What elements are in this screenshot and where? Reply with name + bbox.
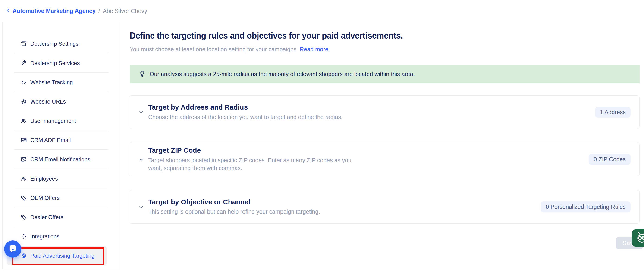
card-target-address-radius[interactable]: Target by Address and Radius Choose the … [129, 95, 640, 129]
card-description: Choose the address of the location you w… [148, 113, 342, 121]
sidebar-item-crm-email-notifications[interactable]: CRM Email Notifications [2, 150, 120, 169]
card-text-group: Target by Objective or Channel This sett… [148, 198, 320, 216]
card-target-objective-channel[interactable]: Target by Objective or Channel This sett… [129, 190, 640, 224]
robot-icon [635, 231, 644, 245]
sidebar-item-employees[interactable]: Employees [2, 169, 120, 188]
card-title: Target by Objective or Channel [148, 198, 320, 206]
chevron-down-icon[interactable] [138, 157, 144, 163]
storefront-icon [20, 41, 27, 47]
card-text-group: Target by Address and Radius Choose the … [148, 103, 342, 121]
integrations-icon [20, 233, 27, 239]
sidebar-item-oem-offers[interactable]: OEM Offers [2, 188, 120, 207]
sidebar-item-website-tracking[interactable]: Website Tracking [2, 73, 120, 92]
sidebar-item-label: Dealership Settings [30, 41, 78, 47]
chevron-down-icon[interactable] [138, 109, 144, 115]
sidebar-item-label: CRM ADF Email [30, 137, 71, 144]
ads-click-icon [20, 252, 27, 259]
card-description: This setting is optional but can help re… [148, 208, 320, 216]
card-target-zip-code[interactable]: Target ZIP Code Target shoppers located … [129, 142, 640, 176]
card-title: Target ZIP Code [148, 147, 364, 154]
breadcrumb-separator: / [98, 8, 100, 14]
sidebar-item-label: Dealership Services [30, 60, 80, 66]
rules-count-badge: 0 Personalized Targeting Rules [541, 201, 630, 212]
contact-mail-icon [20, 137, 27, 143]
card-description: Target shoppers located in specific ZIP … [148, 157, 364, 172]
sidebar-item-label: Website Tracking [30, 79, 73, 86]
sidebar-item-label: Dealer Offers [30, 214, 63, 220]
sidebar-item-dealer-offers[interactable]: Dealer Offers [2, 207, 120, 227]
card-title: Target by Address and Radius [148, 103, 342, 111]
sidebar-item-label: User management [30, 118, 76, 124]
target-icon [20, 98, 27, 105]
zip-count-badge: 0 ZIP Codes [589, 154, 630, 165]
breadcrumb-back-link[interactable]: Automotive Marketing Agency [6, 8, 96, 14]
sidebar-item-website-urls[interactable]: Website URLs [2, 92, 120, 111]
sidebar-item-dealership-settings[interactable]: Dealership Settings [2, 34, 120, 53]
analysis-suggestion-banner: Our analysis suggests a 25-mile radius a… [130, 65, 640, 83]
sidebar-item-label: OEM Offers [30, 195, 60, 201]
sidebar-item-label: Employees [30, 176, 58, 182]
sidebar-item-crm-adf-email[interactable]: CRM ADF Email [2, 130, 120, 150]
chevron-down-icon[interactable] [138, 204, 144, 210]
breadcrumb: Automotive Marketing Agency / Abe Silver… [6, 8, 147, 14]
tag-icon [20, 214, 27, 220]
sidebar-item-label: Website URLs [30, 98, 66, 105]
settings-sidebar: Dealership Settings Dealership Services … [2, 22, 120, 269]
read-more-link[interactable]: Read more. [300, 46, 330, 52]
subtitle-text: You must choose at least one location se… [130, 46, 298, 52]
assistant-bot-launcher[interactable] [632, 229, 644, 247]
page-title: Define the targeting rules and objective… [130, 31, 403, 41]
lightbulb-icon [139, 71, 146, 78]
chat-widget-button[interactable] [4, 240, 21, 258]
page-subtitle: You must choose at least one location se… [130, 46, 330, 53]
breadcrumb-back-label: Automotive Marketing Agency [12, 8, 96, 14]
sidebar-item-user-management[interactable]: User management [2, 111, 120, 130]
sidebar-item-label: Paid Advertising Targeting [30, 252, 94, 259]
sidebar-item-label: CRM Email Notifications [30, 156, 90, 163]
code-icon [20, 79, 27, 85]
people-icon [20, 176, 27, 182]
top-bar: Automotive Marketing Agency / Abe Silver… [0, 0, 644, 22]
banner-text: Our analysis suggests a 25-mile radius a… [150, 71, 415, 77]
card-text-group: Target ZIP Code Target shoppers located … [148, 147, 364, 172]
app-window: Automotive Marketing Agency / Abe Silver… [0, 0, 644, 272]
sidebar-item-dealership-services[interactable]: Dealership Services [2, 53, 120, 73]
address-count-badge: 1 Address [595, 107, 630, 118]
back-chevron-icon [6, 8, 11, 14]
sidebar-item-label: Integrations [30, 233, 59, 240]
wrench-icon [20, 60, 27, 66]
breadcrumb-current: Abe Silver Chevy [103, 8, 147, 14]
tag-icon [20, 195, 27, 201]
sidebar-item-integrations[interactable]: Integrations [2, 227, 120, 246]
sidebar-item-paid-advertising-targeting[interactable]: Paid Advertising Targeting [7, 246, 107, 265]
chat-bubble-icon [8, 244, 18, 254]
email-check-icon [20, 156, 27, 163]
people-icon [20, 118, 27, 124]
